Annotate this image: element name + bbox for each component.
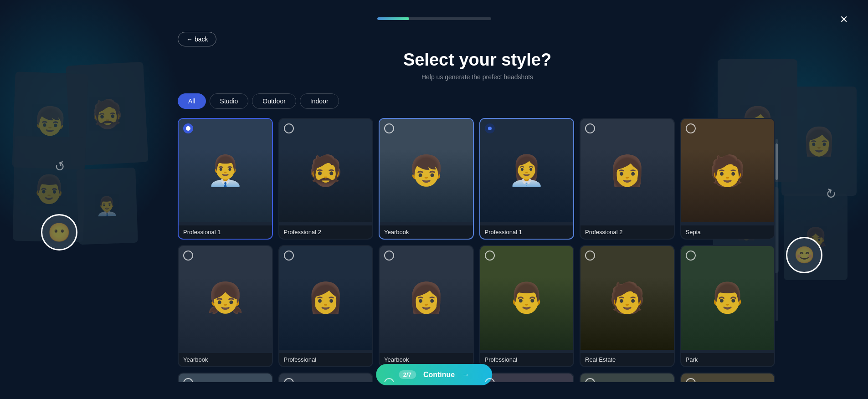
card-label-prof-f2: Professional (279, 353, 373, 366)
back-button[interactable]: ← back (178, 32, 216, 46)
card-label-year-f: Yearbook (179, 353, 272, 366)
card-label-year-m: Yearbook (380, 225, 473, 239)
left-avatar: 😶 (41, 214, 77, 251)
style-card-sepia[interactable]: 🧑Sepia (680, 118, 776, 240)
step-badge: 2/7 (399, 370, 416, 379)
card-radio-sepia[interactable] (686, 123, 696, 133)
style-card-row3-2[interactable]: 👨 (278, 373, 374, 382)
style-card-year-f[interactable]: 👧Yearbook (178, 245, 273, 367)
style-card-year-f2[interactable]: 👩Yearbook (379, 245, 474, 367)
filter-tab-studio[interactable]: Studio (210, 93, 249, 109)
style-card-row3-6[interactable]: 👩 (680, 373, 776, 382)
card-radio-prof1-f[interactable] (485, 123, 495, 133)
style-card-real-estate[interactable]: 🧑Real Estate (580, 245, 675, 367)
card-label-prof2-f: Professional 2 (580, 225, 674, 239)
card-radio-prof2-m[interactable] (284, 123, 294, 133)
page-subtitle: Help us generate the prefect headshots (178, 73, 777, 81)
progress-bar (377, 17, 491, 20)
style-card-prof2-f[interactable]: 👩Professional 2 (580, 118, 675, 240)
style-card-row3-1[interactable]: 👨 (178, 373, 273, 382)
right-avatar: 😊 (786, 237, 822, 273)
main-content: Select your style? Help us generate the … (178, 50, 777, 399)
filter-tab-outdoor[interactable]: Outdoor (252, 93, 296, 109)
style-card-prof-outdoor[interactable]: 👨Professional (479, 245, 575, 367)
style-card-prof-f2[interactable]: 👩Professional (278, 245, 374, 367)
card-radio-park[interactable] (686, 251, 696, 261)
style-card-park[interactable]: 👨Park (680, 245, 776, 367)
card-radio-prof1-m[interactable] (183, 123, 193, 133)
card-label-sepia: Sepia (681, 225, 775, 239)
card-label-prof-outdoor: Professional (480, 353, 574, 366)
card-label-park: Park (681, 353, 775, 366)
style-grid: 👨‍💼Professional 1🧔Professional 2👦Yearboo… (178, 118, 777, 382)
card-radio-prof-outdoor[interactable] (485, 251, 495, 261)
card-label-prof1-f: Professional 1 (480, 225, 574, 239)
filter-tab-indoor[interactable]: Indoor (300, 93, 339, 109)
left-decorative-photos: 🧔 👦 👨 👨‍💼 ↺ 😶 (14, 64, 159, 264)
filter-tabs: AllStudioOutdoorIndoor (178, 93, 777, 109)
style-card-row3-5[interactable]: 👩 (580, 373, 675, 382)
close-button[interactable]: ✕ (836, 11, 852, 28)
style-card-prof1-f[interactable]: 👩‍💼Professional 1 (479, 118, 575, 240)
card-radio-prof-f2[interactable] (284, 251, 294, 261)
card-radio-year-m[interactable] (384, 123, 394, 133)
back-label: ← back (186, 36, 208, 43)
style-card-prof1-m[interactable]: 👨‍💼Professional 1 (178, 118, 273, 240)
style-card-prof2-m[interactable]: 🧔Professional 2 (278, 118, 374, 240)
continue-label: Continue (423, 371, 455, 379)
card-label-prof2-m: Professional 2 (279, 225, 373, 239)
progress-fill (377, 17, 409, 20)
style-card-row3-4[interactable]: 🧑 (479, 373, 575, 382)
left-photo-4: 👨‍💼 (76, 168, 138, 245)
card-label-real-estate: Real Estate (580, 353, 674, 366)
continue-arrow: → (462, 371, 469, 379)
filter-tab-all[interactable]: All (178, 93, 206, 109)
page-title: Select your style? (178, 50, 777, 70)
right-photo-2: 👩 (781, 87, 857, 196)
style-card-year-m[interactable]: 👦Yearbook (379, 118, 474, 240)
card-radio-prof2-f[interactable] (585, 123, 595, 133)
card-label-prof1-m: Professional 1 (179, 225, 272, 239)
